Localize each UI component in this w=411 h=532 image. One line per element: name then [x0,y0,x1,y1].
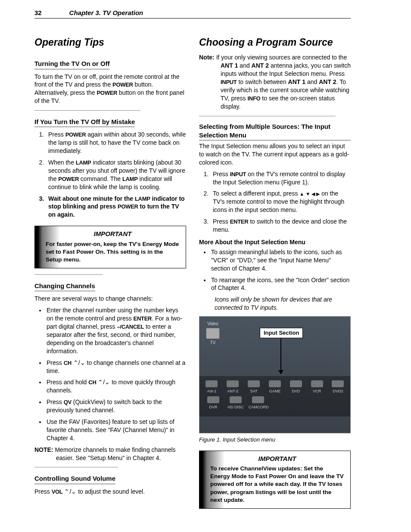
key-lamp: LAMP [135,196,150,202]
divider [34,467,118,467]
icon-row: DVR HD DISC CAMCORD [201,396,349,410]
important-box-2: IMPORTANT To receive ChannelView updates… [199,451,351,509]
key-input: INPUT [221,79,237,85]
list-item: Enter the channel number using the numbe… [46,306,186,355]
list-item: To assign meaningful labels to the icons… [210,248,351,273]
list-item: Use the FAV (Favorites) feature to set u… [46,418,186,442]
heading-choosing-source: Choosing a Program Source [199,36,351,49]
important-title: IMPORTANT [210,454,344,463]
list-item: Press QV (QuickView) to switch back to t… [46,398,186,414]
icon-row: Ant-1 ANT-2 SAT GAME DVD VCR DVD2 [201,380,349,394]
subhead-sound-volume: Controlling Sound Volume [34,474,115,484]
list-item: Press INPUT on the TV's remote control t… [210,170,351,187]
list-item: To select a different input, press ▲ ▼ ◀… [210,190,351,214]
list-more-input: To assign meaningful labels to the icons… [199,248,351,292]
note-memorize: NOTE: Memorize channels to make finding … [34,446,186,462]
subhead-changing-channels: Changing Channels [34,282,95,291]
key-info: INFO [248,95,261,102]
chevron-up-down-icon: ⌃/⌄ [63,488,77,495]
device-icon: Ant-1 [202,380,221,394]
figure-icon-strip: Ant-1 ANT-2 SAT GAME DVD VCR DVD2 DVR HD… [199,376,350,417]
divider [34,274,103,275]
device-icon: SAT [244,380,263,394]
key-qv: QV [64,399,72,405]
device-icon: HD DISC [226,396,245,410]
page-header: 32 Chapter 3. TV Operation [34,9,351,19]
key-ch: CH [64,360,72,366]
right-column: Choosing a Program Source Note: If your … [199,36,351,515]
subhead-more-input: More About the Input Selection Menu [199,238,351,246]
device-icon: DVD2 [328,380,347,394]
divider [34,110,140,111]
figure-caption: Figure 1. Input Selection menu [199,436,351,444]
list-changing-channels: Enter the channel number using the numbe… [34,306,186,442]
list-input-steps: Press INPUT on the TV's remote control t… [199,170,351,234]
device-icon: CAMCORD [249,396,268,410]
key-power: POWER [97,90,117,96]
chevron-up-down-icon: ⌃/⌄ [96,379,110,386]
list-item: Wait about one minute for the LAMP indic… [46,195,186,219]
key-enter: ENTER [230,218,249,225]
tv-icon [206,328,220,339]
list-item: Press ENTER to switch to the device and … [210,218,351,234]
important-body: To receive ChannelView updates: Set the … [210,465,344,504]
key-power: POWER [118,203,138,210]
divider [199,116,336,116]
figure-video-label: Video TV [204,321,222,345]
list-off-by-mistake: Press POWER again within about 30 second… [34,131,186,219]
heading-operating-tips: Operating Tips [34,36,186,49]
key-enter: ENTER [134,315,152,322]
chevron-up-down-icon: ⌃/⌄ [72,359,85,366]
device-icon: DVD [286,380,305,394]
important-box-1: IMPORTANT For faster power-on, keep the … [34,226,186,268]
note-icons-shown: Icons will only be shown for devices tha… [215,296,351,312]
key-power: POWER [112,81,133,88]
important-body: For faster power-on, keep the TV's Energ… [46,240,180,264]
para-turning-on-off: To turn the TV on or off, point the remo… [34,73,186,106]
list-item: To rearrange the icons, see the "Icon Or… [210,276,351,292]
key-input: INPUT [230,171,246,177]
subhead-turning-on-off: Turning the TV On or Off [34,59,110,69]
device-icon: ANT-2 [223,380,242,394]
key-lamp: LAMP [76,159,91,166]
list-item: Press and hold CH ⌃/⌄ to move quickly th… [46,378,186,395]
chapter-title: Chapter 3. TV Operation [69,9,143,16]
device-icon: GAME [265,380,284,394]
left-column: Operating Tips Turning the TV On or Off … [34,36,186,515]
list-item: Press POWER again within about 30 second… [46,131,186,155]
important-title: IMPORTANT [46,230,180,238]
key-ch: CH [88,379,96,386]
list-item: Press CH ⌃/⌄ to change channels one chan… [46,359,186,375]
list-item: When the LAMP indicator starts blinking … [46,159,186,191]
para-sound-volume: Press VOL ⌃/⌄ to adjust the sound level. [34,488,186,496]
device-icon: VCR [308,380,327,394]
key-power: POWER [58,176,79,182]
page-number: 32 [34,9,42,16]
para-input-intro: The Input Selection menu allows you to s… [199,142,351,167]
arrow-keys-icon: ▲ ▼ ◀ ▶ [299,191,320,196]
key-lamp: LAMP [122,176,138,182]
note-antenna: Note: If your only viewing sources are c… [199,53,351,110]
key-power: POWER [65,131,86,138]
content-columns: Operating Tips Turning the TV On or Off … [34,36,351,515]
device-icon: DVR [204,396,223,410]
key-vol: VOL [52,488,63,495]
figure-input-selection: Video TV Input Section Ant-1 ANT-2 SAT G… [199,316,351,433]
arrow-down-icon [280,338,281,371]
key-cancel: –/CANCEL [117,324,144,330]
subhead-off-by-mistake: If You Turn the TV Off by Mistake [34,118,135,127]
para-changing-intro: There are several ways to change channel… [34,295,186,303]
figure-callout-label: Input Section [260,328,303,338]
subhead-input-selection: Selecting from Multiple Sources: The Inp… [199,122,351,141]
